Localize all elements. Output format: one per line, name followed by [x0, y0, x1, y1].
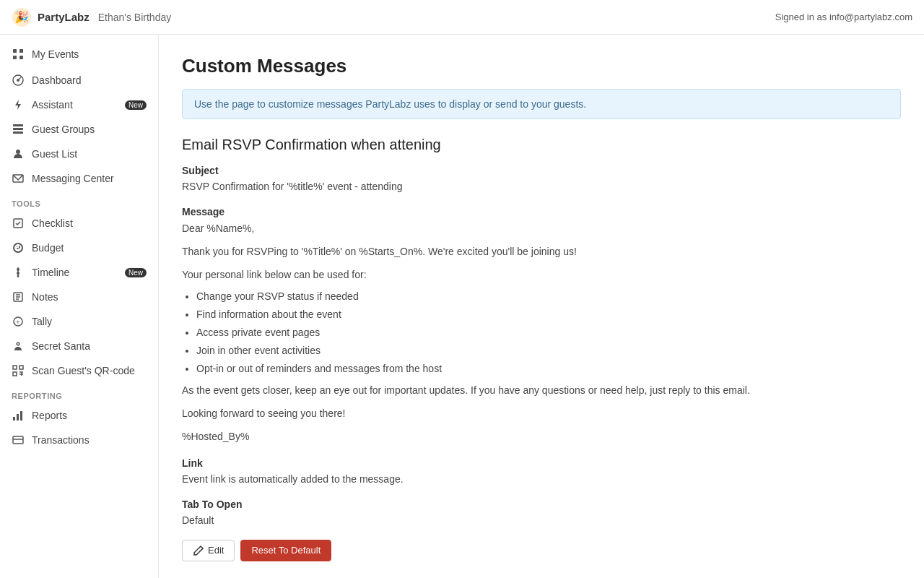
tab-label: Tab To Open [182, 499, 901, 510]
subject-value: RSVP Confirmation for '%title%' event - … [182, 179, 901, 194]
svg-rect-3 [19, 49, 23, 53]
topbar-left: 🎉 PartyLabz Ethan's Birthday [12, 7, 171, 27]
transactions-icon [12, 434, 25, 447]
reports-icon [12, 409, 25, 422]
tally-icon: + [12, 315, 25, 328]
sidebar: My Events Dashboard Assistant New Guest … [0, 35, 159, 578]
sidebar-item-secret-santa[interactable]: Secret Santa [0, 334, 158, 358]
main-content: Custom Messages Use the page to customiz… [159, 35, 924, 578]
svg-point-17 [17, 268, 19, 271]
svg-rect-37 [13, 436, 23, 444]
reports-label: Reports [32, 410, 67, 421]
svg-point-13 [16, 150, 20, 154]
grid-icon [12, 48, 25, 61]
budget-icon [12, 241, 25, 254]
sidebar-item-guest-groups[interactable]: Guest Groups [0, 117, 158, 142]
bullet-5: Opt-in or out of reminders and messages … [196, 361, 901, 376]
sidebar-item-notes[interactable]: Notes [0, 285, 158, 309]
logo-icon: 🎉 [12, 7, 32, 27]
svg-point-19 [17, 275, 19, 277]
bullet-1: Change your RSVP status if needed [196, 289, 901, 304]
link-value: Event link is automatically added to the… [182, 472, 901, 487]
person-icon [12, 147, 25, 160]
sidebar-item-dashboard[interactable]: Dashboard [0, 68, 158, 92]
sidebar-item-timeline[interactable]: Timeline New [0, 260, 158, 285]
notes-icon [12, 290, 25, 303]
reset-button[interactable]: Reset To Default [240, 540, 331, 561]
assistant-label: Assistant [32, 99, 73, 111]
timeline-badge: New [125, 268, 147, 277]
svg-point-27 [17, 343, 19, 345]
message-bullets-list: Change your RSVP status if needed Find i… [196, 289, 901, 376]
qr-icon [12, 364, 25, 377]
reporting-section-label: Reporting [0, 383, 158, 403]
edit-button-label: Edit [208, 545, 224, 556]
notes-label: Notes [32, 291, 58, 303]
dashboard-label: Dashboard [32, 74, 82, 86]
svg-rect-12 [13, 131, 23, 134]
edit-icon [193, 545, 204, 556]
guest-groups-label: Guest Groups [32, 124, 95, 135]
info-box: Use the page to customize messages Party… [182, 89, 901, 119]
groups-icon [12, 123, 25, 136]
svg-line-8 [18, 77, 21, 80]
timeline-icon [12, 266, 25, 279]
checklist-label: Checklist [32, 217, 73, 229]
reset-button-label: Reset To Default [251, 545, 321, 556]
sidebar-item-my-events[interactable]: My Events [0, 40, 158, 68]
guest-list-label: Guest List [32, 148, 77, 160]
svg-rect-29 [19, 366, 23, 369]
message-line5: Looking forward to seeing you there! [182, 405, 901, 423]
message-line1: Dear %Name%, [182, 220, 901, 238]
svg-rect-35 [17, 414, 19, 420]
sidebar-item-checklist[interactable]: Checklist [0, 211, 158, 236]
section1-title: Email RSVP Confirmation when attening [182, 137, 901, 153]
edit-button[interactable]: Edit [182, 540, 235, 561]
message-line6: %Hosted_By% [182, 428, 901, 446]
assistant-badge: New [125, 100, 147, 110]
svg-rect-28 [13, 366, 17, 369]
signed-in-text: Signed in as info@partylabz.com [775, 12, 912, 22]
scan-qr-label: Scan Guest's QR-code [32, 365, 135, 376]
svg-rect-36 [20, 411, 22, 420]
message-line3: Your personal link below can be used for… [182, 267, 901, 284]
bullet-3: Access private event pages [196, 325, 901, 340]
svg-rect-4 [13, 56, 17, 59]
svg-rect-5 [19, 56, 23, 59]
checklist-icon [12, 217, 25, 230]
sidebar-item-assistant[interactable]: Assistant New [0, 92, 158, 117]
event-name: Ethan's Birthday [98, 12, 172, 23]
sidebar-item-transactions[interactable]: Transactions [0, 428, 158, 452]
sidebar-item-guest-list[interactable]: Guest List [0, 142, 158, 166]
page-title: Custom Messages [182, 55, 901, 77]
svg-rect-2 [13, 49, 17, 53]
svg-text:+: + [16, 319, 19, 326]
bullet-4: Join in other event activities [196, 343, 901, 358]
message-label: Message [182, 206, 901, 217]
my-events-label: My Events [32, 48, 79, 60]
sidebar-item-budget[interactable]: Budget [0, 236, 158, 260]
layout: My Events Dashboard Assistant New Guest … [0, 35, 924, 578]
dashboard-icon [12, 74, 25, 87]
section1-action-buttons: Edit Reset To Default [182, 540, 901, 561]
email-icon [12, 172, 25, 185]
svg-text:🎉: 🎉 [14, 10, 29, 24]
subject-label: Subject [182, 165, 901, 176]
secret-santa-label: Secret Santa [32, 340, 90, 352]
secret-santa-icon [12, 340, 25, 353]
svg-point-18 [17, 272, 19, 275]
tab-value: Default [182, 513, 901, 528]
sidebar-item-scan-qr[interactable]: Scan Guest's QR-code [0, 358, 158, 383]
timeline-label: Timeline [32, 267, 69, 278]
svg-rect-34 [13, 417, 15, 420]
messaging-center-label: Messaging Center [32, 173, 114, 184]
sidebar-item-reports[interactable]: Reports [0, 403, 158, 428]
sidebar-item-messaging-center[interactable]: Messaging Center [0, 166, 158, 191]
topbar: 🎉 PartyLabz Ethan's Birthday Signed in a… [0, 0, 924, 35]
sidebar-item-tally[interactable]: + Tally [0, 309, 158, 334]
svg-rect-11 [13, 128, 23, 130]
transactions-label: Transactions [32, 434, 90, 446]
bullet-2: Find information about the event [196, 307, 901, 322]
logo-area: 🎉 PartyLabz [12, 7, 90, 27]
link-label: Link [182, 457, 901, 469]
